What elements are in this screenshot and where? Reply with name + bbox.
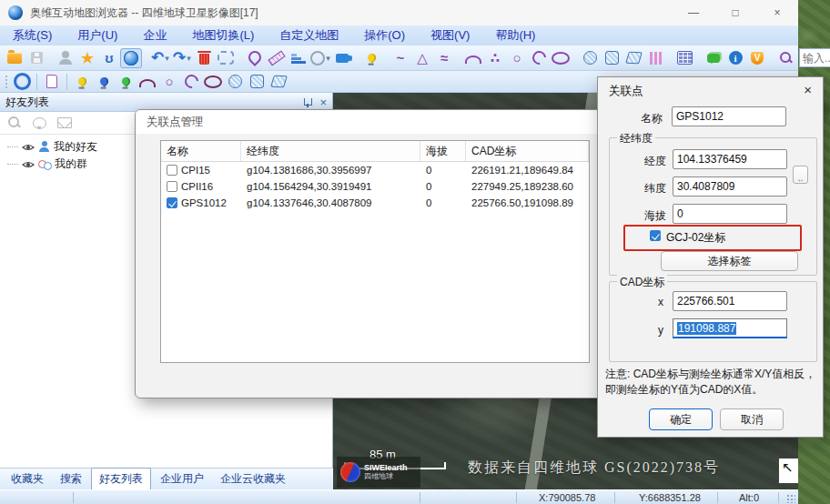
circle-button-2[interactable]: ○ [158, 72, 180, 92]
menu-map-switch[interactable]: 地图切换(L) [179, 25, 267, 45]
point-dialog-title[interactable]: 关联点 [609, 83, 812, 99]
pushpin-green-button[interactable] [115, 72, 137, 92]
menu-operation[interactable]: 操作(O) [351, 25, 418, 45]
new-file-button[interactable] [41, 72, 63, 92]
settings-button[interactable] [11, 72, 33, 92]
multipoint-button[interactable]: ∴ [484, 48, 506, 68]
row-checkbox[interactable] [167, 197, 177, 208]
timer-button[interactable]: ▾ [309, 48, 331, 68]
grid-button[interactable] [673, 48, 695, 68]
cad-note-text: 注意: CAD坐标与测绘坐标通常X/Y值相反，即测绘坐标的Y值为CAD的X值。 [605, 367, 820, 398]
undo-dropdown-icon[interactable]: ▾ [165, 54, 169, 63]
y-input[interactable]: 191098.887 [673, 318, 787, 338]
tab-favorites[interactable]: 收藏夹 [4, 469, 51, 489]
arc-c-button[interactable] [528, 48, 550, 68]
filled-polygon-button-2[interactable] [268, 72, 289, 92]
arc-c-button-2[interactable] [180, 72, 202, 92]
search-button[interactable] [775, 48, 797, 68]
latitude-input[interactable] [673, 176, 787, 197]
minimize-button[interactable]: — [673, 0, 714, 25]
undo-button[interactable]: ↶▾ [149, 48, 171, 68]
arc-button-2[interactable] [137, 72, 158, 92]
panel-close-icon[interactable]: × [319, 96, 327, 108]
menu-view[interactable]: 视图(V) [418, 25, 482, 45]
row-checkbox[interactable] [167, 181, 177, 192]
menu-system[interactable]: 系统(S) [0, 25, 65, 45]
friend-search-icon[interactable] [7, 116, 22, 130]
redo-dropdown-icon[interactable]: ▾ [187, 54, 191, 63]
tab-search[interactable]: 搜索 [53, 469, 89, 489]
marquee-select-button[interactable] [215, 48, 237, 68]
menu-user[interactable]: 用户(U) [65, 25, 130, 45]
track-button[interactable]: ʊ [98, 48, 120, 68]
dialog-close-icon[interactable]: × [804, 83, 812, 96]
menu-custom-map[interactable]: 自定义地图 [267, 25, 351, 45]
redo-button[interactable]: ↷▾ [171, 48, 193, 68]
friend-mail-icon[interactable] [57, 117, 72, 128]
tab-enterprise-users[interactable]: 企业用户 [153, 469, 211, 489]
ellipse-button[interactable] [550, 48, 572, 68]
filled-polygon-button[interactable] [622, 48, 644, 68]
column-cad[interactable]: CAD坐标 [466, 141, 589, 161]
name-input[interactable] [672, 106, 786, 126]
pushpin-button[interactable] [360, 48, 382, 68]
menu-help[interactable]: 帮助(H) [482, 25, 548, 45]
ok-button[interactable]: 确定 [649, 408, 713, 430]
dock-pin-icon[interactable] [304, 98, 312, 106]
eye-icon[interactable] [22, 159, 35, 170]
search-input[interactable] [799, 48, 830, 67]
arc-button[interactable] [462, 48, 484, 68]
column-name[interactable]: 名称 [161, 141, 241, 161]
column-altitude[interactable]: 海拔 [420, 141, 466, 161]
save-button[interactable] [25, 48, 47, 68]
gcj02-checkbox-label[interactable]: GCJ-02坐标 [666, 230, 725, 246]
table-row[interactable]: CPII16 g104.1564294,30.3919491 0 227949.… [161, 178, 589, 195]
chat-button[interactable] [703, 48, 724, 68]
ellipse-button-2[interactable] [202, 72, 224, 92]
pushpin-yellow-button[interactable] [71, 72, 93, 92]
eye-icon[interactable] [22, 142, 35, 153]
x-input[interactable] [673, 291, 787, 311]
altitude-input[interactable] [673, 204, 787, 224]
open-folder-button[interactable] [4, 48, 25, 68]
menu-enterprise[interactable]: 企业 [130, 25, 179, 45]
user-button[interactable] [55, 48, 76, 68]
row-checkbox[interactable] [167, 165, 177, 176]
resize-grip[interactable] [786, 494, 795, 503]
table-row[interactable]: CPI15 g104.1381686,30.3956997 0 226191.2… [161, 162, 589, 178]
tab-enterprise-cloud[interactable]: 企业云收藏夹 [213, 469, 293, 489]
view-3d-button[interactable] [120, 48, 142, 68]
timer-dropdown-icon[interactable]: ▾ [326, 54, 330, 63]
select-tag-button[interactable]: 选择标签 [661, 251, 798, 271]
close-button[interactable]: × [756, 0, 798, 25]
filled-circle-button[interactable] [579, 48, 601, 68]
filled-rect-button[interactable] [601, 48, 622, 68]
more-coords-button[interactable]: .. [793, 166, 808, 184]
table-row[interactable]: GPS1012 g104.1337646,30.4087809 0 225766… [161, 195, 589, 211]
info-button[interactable]: i [724, 48, 746, 68]
column-latlng[interactable]: 经纬度 [241, 141, 420, 161]
cancel-button[interactable]: 取消 [720, 408, 784, 430]
tab-friends-list[interactable]: 好友列表 [91, 468, 151, 489]
circle-button[interactable]: ○ [506, 48, 528, 68]
filled-rect-button-2[interactable] [246, 72, 268, 92]
favorites-button[interactable]: ★ [76, 48, 98, 68]
corridor-button[interactable] [644, 48, 666, 68]
vip-button[interactable]: V [746, 48, 768, 68]
polyline-button[interactable]: ~ [390, 48, 411, 68]
maximize-button[interactable]: □ [714, 0, 756, 25]
longitude-input[interactable] [673, 149, 787, 169]
location-pin-button[interactable] [244, 48, 266, 68]
pushpin-blue-button[interactable] [93, 72, 115, 92]
curve-button[interactable]: ≈ [433, 48, 455, 68]
filled-circle-button-2[interactable] [224, 72, 246, 92]
measure-area-button[interactable] [288, 48, 309, 68]
measure-distance-button[interactable] [266, 48, 288, 68]
polygon-button[interactable]: △ [411, 48, 433, 68]
gcj02-checkbox[interactable] [650, 230, 661, 241]
toolbar-grip[interactable] [5, 75, 8, 89]
friend-chat-icon[interactable] [33, 117, 46, 129]
manage-dialog-title[interactable]: 关联点管理 [136, 110, 603, 134]
camera-button[interactable] [331, 48, 353, 68]
delete-button[interactable] [193, 48, 215, 68]
